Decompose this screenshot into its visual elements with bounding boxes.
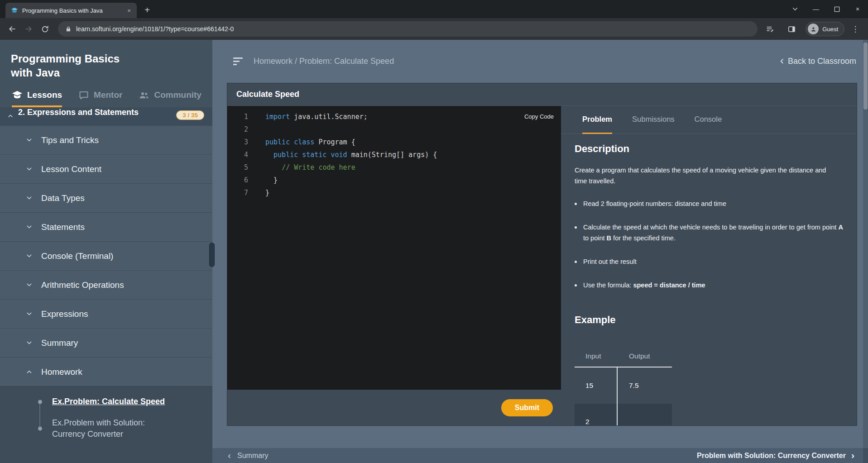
sidebar-item-homework[interactable]: Homework (0, 357, 212, 386)
lesson-footer: ‹ Summary Problem with Solution: Currenc… (212, 448, 868, 463)
description-bullet: Use the formula: speed = distance / time (575, 280, 843, 291)
problem-card: Calculate Speed 1234567 import java.util… (227, 83, 857, 426)
tab-community[interactable]: Community (139, 90, 201, 107)
sidebar-item[interactable]: Statements (0, 212, 212, 241)
copy-code-button[interactable]: Copy Code (524, 113, 554, 120)
chevron-down-icon (26, 339, 33, 346)
refresh-icon (41, 25, 49, 33)
panel-tabs: Problem Submissions Console (561, 106, 857, 134)
chevron-down-icon (26, 195, 33, 201)
main-header: Homework / Problem: Calculate Speed ‹ Ba… (212, 40, 868, 83)
tab-lessons[interactable]: Lessons (12, 90, 62, 107)
browser-tabstrip: Programming Basics with Java × + — × (0, 0, 868, 18)
homework-child[interactable]: Ex.Problem: Calculate Speed (0, 391, 212, 412)
sidebar-item[interactable]: Console (Terminal) (0, 241, 212, 270)
back-to-classroom-link[interactable]: ‹ Back to Classroom (780, 57, 856, 66)
sidebar-item[interactable]: Summary (0, 328, 212, 357)
new-tab-button[interactable]: + (140, 3, 154, 17)
guest-chip[interactable]: Guest (806, 22, 844, 36)
line-number: 2 (227, 123, 248, 136)
sidebar-item[interactable]: Data Types (0, 183, 212, 212)
progress-badge: 3 / 35 (176, 110, 204, 120)
prev-lesson-label: Summary (237, 452, 268, 460)
problem-title: Calculate Speed (236, 90, 299, 99)
side-panel-button[interactable] (784, 21, 799, 37)
browser-menu-button[interactable]: ⋮ (850, 24, 861, 34)
url-text: learn.softuni.org/engine/1018/1/?type=co… (76, 25, 234, 33)
tab-search-button[interactable] (785, 0, 806, 18)
problem-panel: Problem Submissions Console Description … (561, 106, 857, 425)
bullet-text: Calculate the speed at which the vehicle… (583, 222, 843, 243)
chevron-right-icon: › (851, 450, 854, 460)
reading-list-icon (766, 25, 774, 33)
forward-button[interactable] (21, 21, 36, 37)
description-heading: Description (575, 143, 843, 155)
menu-icon[interactable] (233, 57, 243, 65)
chevron-down-icon (26, 253, 33, 259)
tab-close-button[interactable]: × (125, 6, 133, 14)
window-controls: — × (785, 0, 868, 18)
chevron-up-icon (26, 368, 33, 375)
sidebar-item-label: Lesson Content (41, 164, 101, 174)
code-line: import java.util.Scanner; (265, 110, 561, 123)
problem-card-body: 1234567 import java.util.Scanner; public… (227, 106, 857, 425)
omnibox[interactable]: learn.softuni.org/engine/1018/1/?type=co… (58, 21, 758, 37)
example-table: Input Output 157.52 (575, 346, 672, 425)
reading-list-button[interactable] (762, 21, 777, 37)
maximize-button[interactable] (826, 0, 847, 18)
prev-lesson-link[interactable]: ‹ Summary (228, 451, 268, 460)
app: Programming Basics with Java Lessons Men… (0, 40, 868, 463)
refresh-button[interactable] (37, 21, 53, 37)
back-button[interactable] (5, 21, 20, 37)
line-number: 6 (227, 174, 248, 186)
breadcrumb: Homework / Problem: Calculate Speed (254, 57, 394, 66)
description-bullet: Calculate the speed at which the vehicle… (575, 222, 843, 243)
code-editor[interactable]: 1234567 import java.util.Scanner; public… (227, 106, 561, 390)
sidebar: Programming Basics with Java Lessons Men… (0, 40, 212, 463)
table-cell-input: 2 (575, 404, 618, 425)
chevron-left-icon: ‹ (780, 55, 784, 66)
toolbar-right: Guest ⋮ (762, 21, 863, 37)
lock-icon (65, 26, 72, 32)
chevron-down-icon (26, 224, 33, 230)
tab-problem[interactable]: Problem (582, 106, 612, 134)
sidebar-item-label: Statements (41, 222, 85, 232)
description-bullets: Read 2 floating-point numbers: distance … (575, 198, 843, 291)
submit-button[interactable]: Submit (501, 399, 553, 416)
close-button[interactable]: × (847, 0, 868, 18)
homework-children: Ex.Problem: Calculate SpeedEx.Problem wi… (0, 386, 212, 463)
code-line: // Write code here (265, 161, 561, 174)
homework-child-label: Ex.Problem with Solution: Currency Conve… (52, 417, 170, 440)
arrow-right-icon (24, 24, 33, 33)
minimize-button[interactable]: — (806, 0, 826, 18)
back-link-label: Back to Classroom (788, 57, 856, 66)
bullet-text: Read 2 floating-point numbers: distance … (583, 198, 726, 209)
sidebar-item[interactable]: Tips and Tricks (0, 125, 212, 154)
tab-console[interactable]: Console (695, 106, 722, 134)
sidebar-item[interactable]: Expressions (0, 299, 212, 328)
graduation-cap-icon (12, 90, 23, 100)
sidebar-resize-handle[interactable] (209, 243, 215, 267)
side-panel-icon (787, 25, 796, 33)
sidebar-item-label: Console (Terminal) (41, 251, 113, 261)
sidebar-item[interactable]: Lesson Content (0, 154, 212, 183)
bullet-text: Use the formula: speed = distance / time (583, 280, 705, 291)
sidebar-item[interactable]: Arithmetic Operations (0, 270, 212, 299)
code-line: } (265, 174, 561, 186)
tab-community-label: Community (154, 90, 201, 100)
bullet-icon (575, 226, 577, 229)
example-table-rows: 157.52 (575, 368, 672, 425)
chevron-up-icon (7, 113, 14, 119)
chevron-down-icon (26, 137, 33, 143)
chevron-down-icon (26, 310, 33, 317)
sidebar-section-header[interactable]: 2. Expressions and Statements 3 / 35 (0, 107, 212, 125)
tab-mentor[interactable]: Mentor (78, 90, 122, 107)
scrollbar-handle[interactable] (863, 43, 868, 110)
homework-child[interactable]: Ex.Problem with Solution: Currency Conve… (0, 412, 212, 445)
line-number: 3 (227, 136, 248, 148)
browser-toolbar: learn.softuni.org/engine/1018/1/?type=co… (0, 18, 868, 40)
tab-submissions[interactable]: Submissions (632, 106, 675, 134)
next-lesson-link[interactable]: Problem with Solution: Currency Converte… (697, 451, 854, 460)
editor-code[interactable]: import java.util.Scanner; public class P… (255, 110, 561, 390)
browser-tab[interactable]: Programming Basics with Java × (5, 3, 137, 18)
